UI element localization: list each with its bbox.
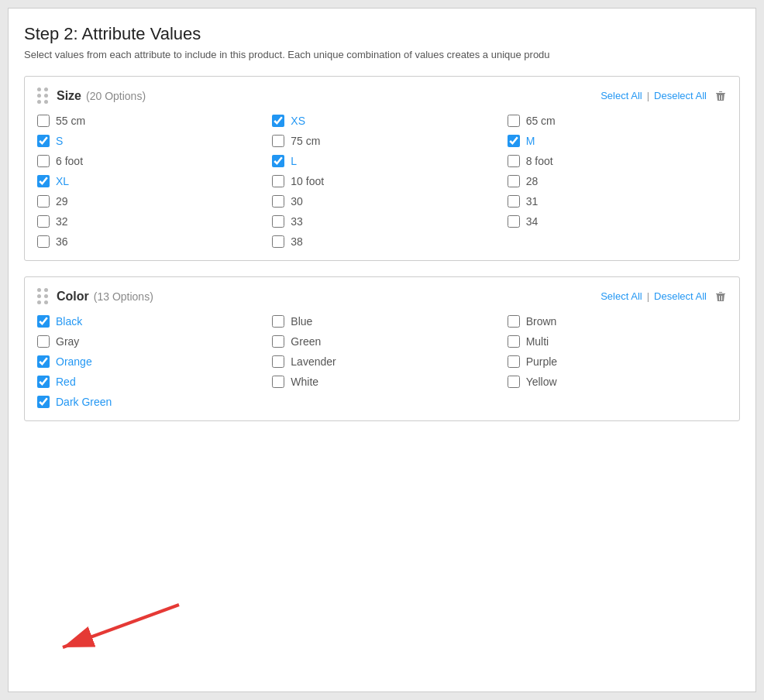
option-checkbox[interactable] (37, 335, 50, 348)
option-label[interactable]: Blue (291, 315, 312, 328)
option-label[interactable]: Orange (56, 355, 92, 368)
option-item: Blue (272, 315, 491, 328)
option-label[interactable]: Brown (526, 315, 557, 328)
red-arrow-annotation (24, 597, 194, 659)
action-separator: | (647, 90, 649, 101)
section-size: Size(20 Options)Select All|Deselect All … (24, 76, 740, 261)
option-label[interactable]: 31 (526, 195, 539, 208)
option-checkbox[interactable] (37, 195, 50, 208)
option-label[interactable]: White (291, 376, 318, 388)
option-item: 6 foot (37, 155, 256, 167)
option-item: Brown (508, 315, 727, 328)
select-all-button[interactable]: Select All (601, 290, 642, 302)
option-checkbox[interactable] (37, 175, 50, 187)
option-label[interactable]: 65 cm (526, 115, 556, 127)
option-checkbox[interactable] (272, 376, 284, 388)
drag-handle-icon[interactable] (37, 288, 49, 304)
option-label[interactable]: Multi (526, 335, 549, 348)
page-container: Step 2: Attribute Values Select values f… (8, 8, 756, 692)
option-checkbox[interactable] (37, 315, 50, 328)
option-label[interactable]: M (526, 135, 535, 147)
option-label[interactable]: Dark Green (56, 396, 112, 408)
option-label[interactable]: S (56, 135, 63, 147)
deselect-all-button[interactable]: Deselect All (654, 90, 707, 101)
option-checkbox[interactable] (272, 155, 284, 167)
option-label[interactable]: Lavender (291, 355, 336, 368)
option-checkbox[interactable] (272, 135, 284, 147)
deselect-all-button[interactable]: Deselect All (654, 290, 707, 302)
options-count: (20 Options) (86, 90, 146, 102)
drag-handle-icon[interactable] (37, 88, 49, 104)
option-label[interactable]: Green (291, 335, 321, 348)
option-label[interactable]: 34 (526, 215, 539, 228)
option-checkbox[interactable] (508, 355, 520, 368)
option-item: Yellow (508, 376, 727, 388)
option-label[interactable]: 75 cm (291, 135, 320, 147)
option-label[interactable]: 36 (56, 235, 68, 248)
option-label[interactable]: 8 foot (526, 155, 553, 167)
option-checkbox[interactable] (37, 215, 50, 228)
option-label[interactable]: 10 foot (291, 175, 324, 187)
option-checkbox[interactable] (272, 215, 284, 228)
option-checkbox[interactable] (508, 335, 520, 348)
option-checkbox[interactable] (37, 155, 50, 167)
option-item: Lavender (272, 355, 491, 368)
option-item: 33 (272, 215, 491, 228)
option-checkbox[interactable] (37, 355, 50, 368)
option-checkbox[interactable] (508, 135, 520, 147)
option-label[interactable]: L (291, 155, 297, 167)
option-checkbox[interactable] (272, 175, 284, 187)
option-label[interactable]: 30 (291, 195, 303, 208)
option-checkbox[interactable] (272, 235, 284, 248)
option-label[interactable]: XL (56, 175, 69, 187)
option-label[interactable]: Red (56, 376, 76, 388)
option-checkbox[interactable] (272, 355, 284, 368)
delete-section-button[interactable] (711, 290, 727, 303)
option-item: 28 (508, 175, 727, 187)
option-item: Gray (37, 335, 256, 348)
option-label[interactable]: Yellow (526, 376, 557, 388)
option-checkbox[interactable] (508, 175, 520, 187)
option-label[interactable]: 29 (56, 195, 68, 208)
option-label[interactable]: 38 (291, 235, 303, 248)
option-item: S (37, 135, 256, 147)
option-item: 36 (37, 235, 256, 248)
option-checkbox[interactable] (272, 195, 284, 208)
option-label[interactable]: 32 (56, 215, 68, 228)
option-checkbox[interactable] (508, 195, 520, 208)
option-label[interactable]: 6 foot (56, 155, 83, 167)
option-checkbox[interactable] (37, 235, 50, 248)
option-checkbox[interactable] (37, 376, 50, 388)
option-checkbox[interactable] (272, 315, 284, 328)
option-label[interactable]: XS (291, 115, 305, 127)
option-item: 29 (37, 195, 256, 208)
option-checkbox[interactable] (508, 155, 520, 167)
option-checkbox[interactable] (508, 315, 520, 328)
option-label[interactable]: 28 (526, 175, 539, 187)
option-label[interactable]: Black (56, 315, 82, 328)
option-item: 38 (272, 235, 491, 248)
option-item: L (272, 155, 491, 167)
option-checkbox[interactable] (37, 135, 50, 147)
option-label[interactable]: Gray (56, 335, 79, 348)
trash-icon (714, 290, 727, 303)
options-count: (13 Options) (94, 290, 153, 303)
option-item: 32 (37, 215, 256, 228)
option-checkbox[interactable] (37, 115, 50, 127)
option-label[interactable]: 55 cm (56, 115, 85, 127)
option-label[interactable]: Purple (526, 355, 557, 368)
section-header-color: Color(13 Options)Select All|Deselect All (37, 288, 727, 304)
option-item: 30 (272, 195, 491, 208)
option-checkbox[interactable] (272, 115, 284, 127)
delete-section-button[interactable] (711, 90, 727, 102)
select-all-button[interactable]: Select All (601, 90, 642, 101)
option-checkbox[interactable] (272, 335, 284, 348)
option-label[interactable]: 33 (291, 215, 303, 228)
section-actions: Select All|Deselect All (601, 90, 727, 102)
option-checkbox[interactable] (508, 215, 520, 228)
section-header-size: Size(20 Options)Select All|Deselect All (37, 88, 727, 104)
option-checkbox[interactable] (37, 396, 50, 408)
option-checkbox[interactable] (508, 115, 520, 127)
option-checkbox[interactable] (508, 376, 520, 388)
option-item: Black (37, 315, 256, 328)
